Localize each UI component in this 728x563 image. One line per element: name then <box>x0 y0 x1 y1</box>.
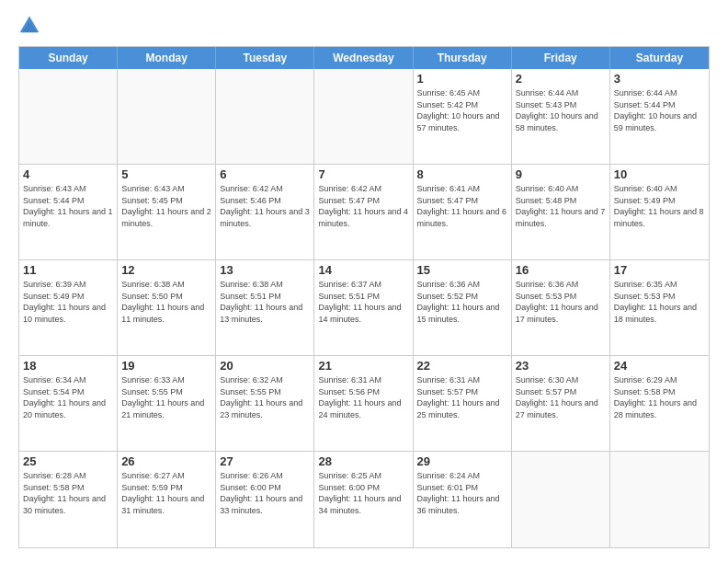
day-header-friday: Friday <box>512 47 610 69</box>
day-info: Sunrise: 6:36 AM Sunset: 5:53 PM Dayligh… <box>516 279 606 325</box>
calendar-week-0: 1Sunrise: 6:45 AM Sunset: 5:42 PM Daylig… <box>19 69 709 165</box>
day-cell: 29Sunrise: 6:24 AM Sunset: 6:01 PM Dayli… <box>414 452 512 547</box>
day-header-tuesday: Tuesday <box>216 47 314 69</box>
day-info: Sunrise: 6:35 AM Sunset: 5:53 PM Dayligh… <box>614 279 705 325</box>
day-number: 5 <box>121 167 211 181</box>
day-info: Sunrise: 6:44 AM Sunset: 5:44 PM Dayligh… <box>614 87 705 133</box>
day-number: 7 <box>318 167 408 181</box>
day-number: 4 <box>23 167 113 181</box>
day-number: 22 <box>417 359 507 373</box>
day-info: Sunrise: 6:25 AM Sunset: 6:00 PM Dayligh… <box>318 470 408 516</box>
day-info: Sunrise: 6:38 AM Sunset: 5:51 PM Dayligh… <box>220 279 310 325</box>
day-cell: 14Sunrise: 6:37 AM Sunset: 5:51 PM Dayli… <box>314 260 413 355</box>
day-number: 8 <box>417 167 507 181</box>
day-cell: 2Sunrise: 6:44 AM Sunset: 5:43 PM Daylig… <box>512 69 610 164</box>
calendar-body: 1Sunrise: 6:45 AM Sunset: 5:42 PM Daylig… <box>19 69 709 547</box>
day-number: 29 <box>417 454 507 468</box>
day-header-monday: Monday <box>118 47 216 69</box>
day-number: 28 <box>318 454 408 468</box>
day-number: 17 <box>614 263 705 277</box>
day-info: Sunrise: 6:43 AM Sunset: 5:44 PM Dayligh… <box>23 183 113 229</box>
calendar-week-1: 4Sunrise: 6:43 AM Sunset: 5:44 PM Daylig… <box>19 165 709 260</box>
day-cell: 4Sunrise: 6:43 AM Sunset: 5:44 PM Daylig… <box>19 165 118 259</box>
day-cell: 24Sunrise: 6:29 AM Sunset: 5:58 PM Dayli… <box>610 356 709 451</box>
day-info: Sunrise: 6:29 AM Sunset: 5:58 PM Dayligh… <box>614 374 705 420</box>
day-info: Sunrise: 6:31 AM Sunset: 5:57 PM Dayligh… <box>417 374 507 420</box>
day-info: Sunrise: 6:42 AM Sunset: 5:47 PM Dayligh… <box>318 183 408 229</box>
day-number: 12 <box>121 263 211 277</box>
day-info: Sunrise: 6:24 AM Sunset: 6:01 PM Dayligh… <box>417 470 507 516</box>
day-number: 9 <box>516 167 606 181</box>
day-cell: 25Sunrise: 6:28 AM Sunset: 5:58 PM Dayli… <box>19 452 118 547</box>
day-info: Sunrise: 6:45 AM Sunset: 5:42 PM Dayligh… <box>417 87 507 133</box>
day-info: Sunrise: 6:41 AM Sunset: 5:47 PM Dayligh… <box>417 183 507 229</box>
day-number: 16 <box>516 263 606 277</box>
day-info: Sunrise: 6:27 AM Sunset: 5:59 PM Dayligh… <box>121 470 211 516</box>
day-cell: 26Sunrise: 6:27 AM Sunset: 5:59 PM Dayli… <box>118 452 216 547</box>
day-cell: 18Sunrise: 6:34 AM Sunset: 5:54 PM Dayli… <box>19 356 118 451</box>
day-cell: 13Sunrise: 6:38 AM Sunset: 5:51 PM Dayli… <box>216 260 314 355</box>
day-number: 25 <box>23 454 113 468</box>
day-number: 23 <box>516 359 606 373</box>
day-cell <box>118 69 216 164</box>
day-cell <box>512 452 610 547</box>
day-info: Sunrise: 6:37 AM Sunset: 5:51 PM Dayligh… <box>318 279 408 325</box>
day-info: Sunrise: 6:32 AM Sunset: 5:55 PM Dayligh… <box>220 374 310 420</box>
day-info: Sunrise: 6:26 AM Sunset: 6:00 PM Dayligh… <box>220 470 310 516</box>
logo <box>18 15 44 37</box>
day-cell: 1Sunrise: 6:45 AM Sunset: 5:42 PM Daylig… <box>414 69 512 164</box>
day-info: Sunrise: 6:34 AM Sunset: 5:54 PM Dayligh… <box>23 374 113 420</box>
day-number: 21 <box>318 359 408 373</box>
calendar-header: SundayMondayTuesdayWednesdayThursdayFrid… <box>19 47 709 69</box>
day-cell: 27Sunrise: 6:26 AM Sunset: 6:00 PM Dayli… <box>216 452 314 547</box>
calendar-week-2: 11Sunrise: 6:39 AM Sunset: 5:49 PM Dayli… <box>19 260 709 356</box>
day-number: 2 <box>516 72 606 86</box>
day-number: 10 <box>614 167 705 181</box>
day-info: Sunrise: 6:40 AM Sunset: 5:49 PM Dayligh… <box>614 183 705 229</box>
calendar: SundayMondayTuesdayWednesdayThursdayFrid… <box>18 46 710 548</box>
day-number: 26 <box>121 454 211 468</box>
day-info: Sunrise: 6:33 AM Sunset: 5:55 PM Dayligh… <box>121 374 211 420</box>
day-cell: 7Sunrise: 6:42 AM Sunset: 5:47 PM Daylig… <box>314 165 413 259</box>
day-cell: 9Sunrise: 6:40 AM Sunset: 5:48 PM Daylig… <box>512 165 610 259</box>
day-info: Sunrise: 6:30 AM Sunset: 5:57 PM Dayligh… <box>516 374 606 420</box>
day-cell: 19Sunrise: 6:33 AM Sunset: 5:55 PM Dayli… <box>118 356 216 451</box>
day-info: Sunrise: 6:40 AM Sunset: 5:48 PM Dayligh… <box>516 183 606 229</box>
day-number: 19 <box>121 359 211 373</box>
day-number: 18 <box>23 359 113 373</box>
day-header-thursday: Thursday <box>414 47 512 69</box>
day-cell: 23Sunrise: 6:30 AM Sunset: 5:57 PM Dayli… <box>512 356 610 451</box>
day-cell: 10Sunrise: 6:40 AM Sunset: 5:49 PM Dayli… <box>610 165 709 259</box>
day-cell: 16Sunrise: 6:36 AM Sunset: 5:53 PM Dayli… <box>512 260 610 355</box>
day-number: 20 <box>220 359 310 373</box>
day-number: 13 <box>220 263 310 277</box>
day-info: Sunrise: 6:43 AM Sunset: 5:45 PM Dayligh… <box>121 183 211 229</box>
day-cell: 5Sunrise: 6:43 AM Sunset: 5:45 PM Daylig… <box>118 165 216 259</box>
header <box>18 15 710 37</box>
day-cell <box>19 69 118 164</box>
day-cell <box>610 452 709 547</box>
day-cell: 21Sunrise: 6:31 AM Sunset: 5:56 PM Dayli… <box>314 356 413 451</box>
day-header-sunday: Sunday <box>19 47 118 69</box>
logo-icon <box>18 15 40 37</box>
day-cell: 20Sunrise: 6:32 AM Sunset: 5:55 PM Dayli… <box>216 356 314 451</box>
day-cell: 28Sunrise: 6:25 AM Sunset: 6:00 PM Dayli… <box>314 452 413 547</box>
day-number: 24 <box>614 359 705 373</box>
day-info: Sunrise: 6:36 AM Sunset: 5:52 PM Dayligh… <box>417 279 507 325</box>
day-cell: 15Sunrise: 6:36 AM Sunset: 5:52 PM Dayli… <box>414 260 512 355</box>
calendar-week-4: 25Sunrise: 6:28 AM Sunset: 5:58 PM Dayli… <box>19 452 709 547</box>
day-cell <box>314 69 413 164</box>
day-header-wednesday: Wednesday <box>314 47 413 69</box>
day-number: 11 <box>23 263 113 277</box>
day-info: Sunrise: 6:44 AM Sunset: 5:43 PM Dayligh… <box>516 87 606 133</box>
day-cell: 6Sunrise: 6:42 AM Sunset: 5:46 PM Daylig… <box>216 165 314 259</box>
day-cell: 11Sunrise: 6:39 AM Sunset: 5:49 PM Dayli… <box>19 260 118 355</box>
day-info: Sunrise: 6:42 AM Sunset: 5:46 PM Dayligh… <box>220 183 310 229</box>
day-cell: 3Sunrise: 6:44 AM Sunset: 5:44 PM Daylig… <box>610 69 709 164</box>
calendar-week-3: 18Sunrise: 6:34 AM Sunset: 5:54 PM Dayli… <box>19 356 709 452</box>
day-number: 14 <box>318 263 408 277</box>
day-cell: 12Sunrise: 6:38 AM Sunset: 5:50 PM Dayli… <box>118 260 216 355</box>
day-cell: 22Sunrise: 6:31 AM Sunset: 5:57 PM Dayli… <box>414 356 512 451</box>
day-number: 3 <box>614 72 705 86</box>
day-info: Sunrise: 6:39 AM Sunset: 5:49 PM Dayligh… <box>23 279 113 325</box>
